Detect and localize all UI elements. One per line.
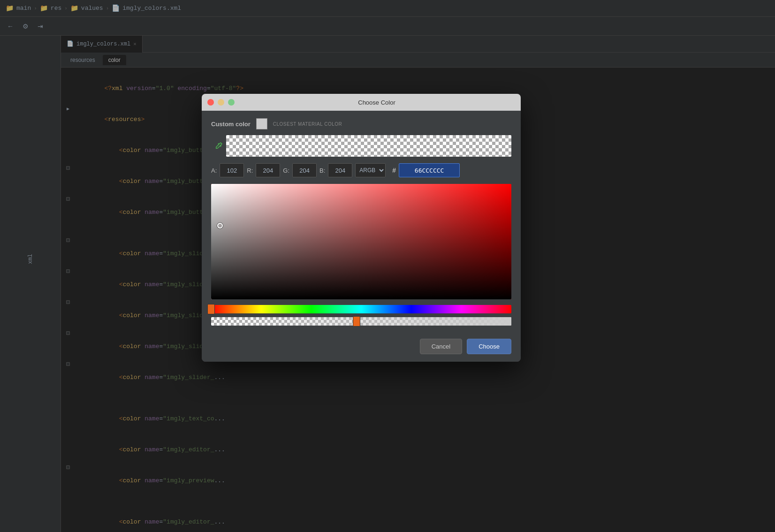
dialog-footer: Cancel Choose xyxy=(202,333,521,362)
custom-color-label: Custom color xyxy=(211,121,251,128)
color-picker-dialog: Choose Color Custom color CLOSEST MATERI… xyxy=(202,94,521,362)
dialog-titlebar: Choose Color xyxy=(202,94,521,111)
strip-checker xyxy=(226,135,511,157)
hue-slider-thumb xyxy=(207,304,215,314)
argb-inputs-row: A: R: G: B: ARGB RGB HSB # xyxy=(211,163,511,177)
alpha-label: A: xyxy=(211,167,217,174)
hex-prefix: # xyxy=(392,167,396,174)
eyedropper-button[interactable] xyxy=(213,140,224,152)
color-strip-area xyxy=(211,135,511,157)
color-preview-swatch xyxy=(256,118,267,129)
alpha-input[interactable] xyxy=(220,163,244,177)
dialog-minimize-button[interactable] xyxy=(218,99,224,106)
closest-material-label: CLOSEST MATERIAL COLOR xyxy=(273,122,342,127)
dialog-body: Custom color CLOSEST MATERIAL COLOR xyxy=(202,111,521,333)
hue-slider[interactable] xyxy=(211,305,511,313)
blue-input[interactable] xyxy=(328,163,352,177)
blue-label: B: xyxy=(319,167,325,174)
dialog-title: Choose Color xyxy=(238,99,515,106)
color-preview-strip xyxy=(226,135,511,157)
red-label: R: xyxy=(247,167,253,174)
dialog-close-button[interactable] xyxy=(207,99,214,106)
gradient-black-overlay xyxy=(211,184,511,299)
alpha-gradient xyxy=(211,317,511,326)
alpha-slider[interactable] xyxy=(211,317,511,326)
green-input[interactable] xyxy=(292,163,317,177)
format-select[interactable]: ARGB RGB HSB xyxy=(355,163,386,177)
cancel-button[interactable]: Cancel xyxy=(420,339,462,354)
red-input[interactable] xyxy=(256,163,280,177)
custom-color-row: Custom color CLOSEST MATERIAL COLOR xyxy=(211,118,511,129)
hue-slider-track xyxy=(211,305,511,313)
choose-button[interactable]: Choose xyxy=(467,339,511,354)
alpha-slider-thumb xyxy=(353,316,360,327)
dialog-overlay: Choose Color Custom color CLOSEST MATERI… xyxy=(0,0,775,532)
hex-input[interactable] xyxy=(399,163,460,177)
green-label: G: xyxy=(283,167,289,174)
dialog-maximize-button[interactable] xyxy=(228,99,235,106)
color-gradient-picker[interactable] xyxy=(211,184,511,299)
